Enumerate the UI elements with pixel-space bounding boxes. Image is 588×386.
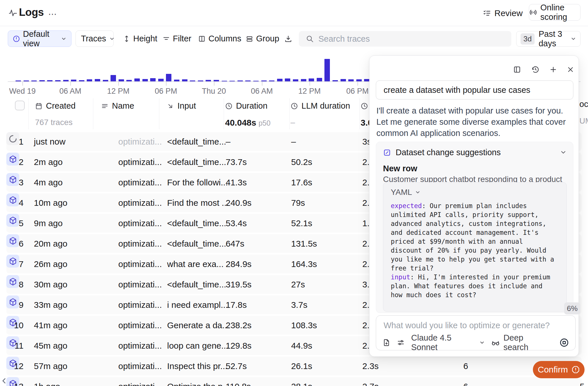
close-icon[interactable] — [565, 64, 576, 75]
axis-tick — [310, 82, 310, 86]
name-cell: optimizati... — [118, 255, 162, 273]
confirm-button[interactable]: Confirm — [533, 361, 585, 378]
input-cell: <default_time... — [167, 132, 226, 151]
column-header-input[interactable]: Input — [167, 101, 196, 111]
llm-duration-cell: 27s — [291, 275, 305, 294]
group-button[interactable]: Group — [246, 30, 279, 47]
checklist-icon — [483, 9, 491, 17]
llm-duration-cell: 79s — [291, 193, 305, 212]
calendar-icon — [35, 102, 42, 110]
name-cell: optimizati... — [118, 295, 162, 314]
llm-duration-cell: 26.1s — [291, 357, 312, 375]
name-cell: optimizati... — [118, 316, 162, 335]
created-cell: 4m ago — [34, 173, 63, 192]
axis-label: 12 PM — [107, 87, 129, 96]
histogram-bar — [364, 79, 370, 81]
glasses-icon — [491, 338, 500, 347]
user-prompt-card[interactable]: create a dataset with popular use cases — [376, 80, 573, 99]
new-chat-icon[interactable] — [548, 64, 558, 75]
column-header-created[interactable]: Created — [35, 101, 76, 111]
collapse-chevron-icon[interactable] — [0, 376, 9, 386]
row-height-button[interactable]: Height — [123, 30, 157, 47]
name-cell: optimizati... — [118, 275, 162, 294]
column-header-llm-duration[interactable]: LLM duration — [291, 101, 350, 111]
histogram-bar — [134, 78, 140, 81]
axis-tick — [262, 82, 262, 86]
histogram-bar — [150, 78, 156, 81]
arrows-up-down-icon — [123, 35, 130, 43]
more-options-button[interactable]: ⋯ — [47, 9, 59, 19]
download-button[interactable] — [284, 30, 292, 47]
review-button[interactable]: Review — [483, 6, 523, 20]
histogram-bar — [190, 80, 195, 81]
model-selector[interactable]: Claude 4.5 Sonnet — [411, 333, 485, 352]
histogram-bar — [87, 79, 92, 81]
sidebar-toggle-icon[interactable] — [512, 64, 522, 75]
filter-button[interactable]: Filter — [163, 30, 191, 47]
view-selector-button[interactable]: Default view — [8, 30, 71, 47]
axis-tick — [118, 82, 119, 86]
stop-icon[interactable] — [559, 338, 569, 347]
row-number: 2 — [9, 153, 24, 171]
duration-cell: 17.8s — [226, 295, 247, 314]
chat-input-box[interactable]: What would you like to optimize or gener… — [376, 315, 576, 350]
filter-lines-icon — [163, 35, 170, 43]
chevron-down-icon[interactable] — [560, 149, 567, 156]
object-type-selector[interactable]: Traces — [76, 30, 114, 47]
table-row[interactable]: 13 1h ago optimizati... Optimize the p..… — [6, 377, 582, 386]
column-header-duration[interactable]: Duration — [225, 101, 268, 111]
histogram-bar — [214, 80, 219, 81]
histogram-bar — [31, 80, 37, 81]
histogram-bar — [158, 79, 164, 81]
histogram-bar — [142, 79, 148, 81]
llm-duration-cell: 17.6s — [291, 173, 312, 192]
llm-duration-cell: 3.7s — [291, 295, 307, 314]
histogram-bar — [95, 79, 100, 81]
suggestions-header[interactable]: Dataset change suggestions — [383, 148, 501, 157]
duration-cell: 129.8s — [226, 336, 252, 355]
histogram-bar — [111, 75, 116, 81]
histogram-bar — [63, 80, 69, 81]
name-cell: optimizati... — [118, 336, 162, 355]
table-row[interactable]: 12 57m ago optimizati... Inspect this pr… — [6, 357, 582, 375]
histogram-bar — [119, 79, 124, 81]
time-range-selector[interactable]: 3d Past 3 days — [516, 31, 581, 47]
input-cell: Optimize the p... — [167, 377, 230, 386]
row-number: 1 — [9, 132, 24, 151]
duration-cell: 238.2s — [226, 316, 252, 335]
duration-cell: – — [226, 132, 231, 151]
column-header-name[interactable]: Name — [101, 101, 134, 111]
histogram-bar — [341, 79, 346, 81]
histogram-bar — [245, 80, 251, 81]
duration-cell: 647s — [226, 234, 244, 253]
rows-icon — [246, 35, 253, 43]
history-icon[interactable] — [530, 64, 541, 75]
input-cell: <default_time... — [167, 153, 226, 171]
yaml-format-selector[interactable]: YAML — [391, 188, 421, 197]
columns-button[interactable]: Columns — [198, 30, 241, 47]
attach-file-icon[interactable] — [382, 339, 390, 347]
input-cell: Generate a da... — [167, 316, 229, 335]
histogram-bar — [198, 80, 203, 81]
online-scoring-button[interactable]: Online scoring — [529, 4, 581, 21]
alert-circle-icon — [13, 35, 20, 43]
histogram-bar — [285, 78, 290, 81]
duration-p50: 40.048sp50 — [225, 118, 270, 128]
row-number: 5 — [9, 214, 24, 233]
settings-sliders-icon[interactable] — [397, 339, 405, 347]
llm-duration-cell: 28.1s — [291, 377, 312, 386]
histogram-bar — [269, 80, 274, 81]
histogram-bar — [71, 80, 76, 81]
name-cell: optimizati... — [118, 214, 162, 233]
deep-search-toggle[interactable]: Deep search — [491, 333, 548, 352]
axis-tick — [166, 82, 167, 86]
yaml-code: expected: Our premium plan includesunlim… — [391, 201, 563, 299]
created-cell: 30m ago — [34, 275, 67, 294]
clock-icon — [291, 102, 298, 110]
select-all-checkbox[interactable] — [15, 101, 25, 110]
search-input[interactable]: Search traces — [299, 31, 511, 47]
created-cell: 33m ago — [34, 295, 67, 314]
histogram-bar — [324, 59, 330, 81]
histogram-bar — [47, 80, 53, 81]
suggestion-item-title: New row — [383, 164, 417, 173]
